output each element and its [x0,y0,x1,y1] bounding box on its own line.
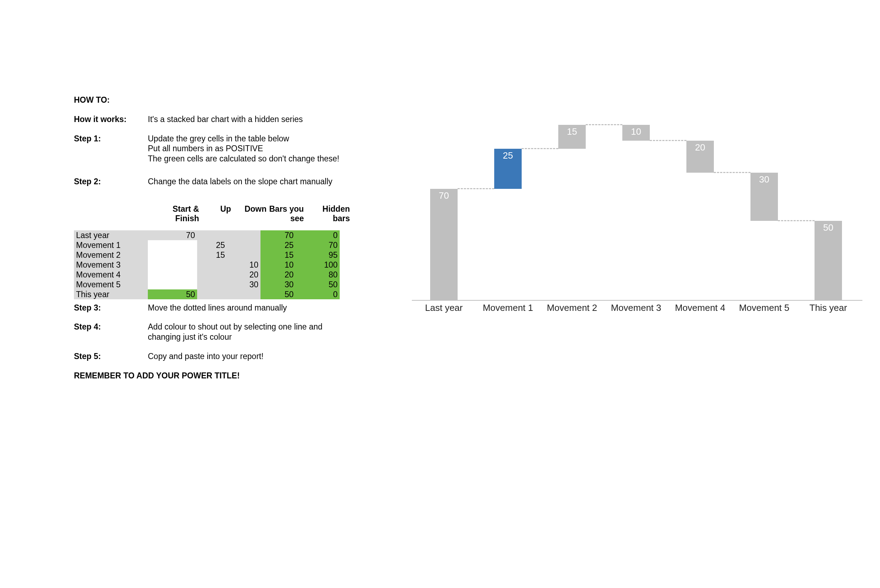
bar-value-label: 10 [622,126,650,137]
col-down: Down [233,204,269,224]
bar: 20 [686,141,714,172]
cell-down [227,230,260,240]
cell-hidden-bars: 0 [296,230,340,240]
cell-up: 15 [197,250,227,260]
bar-value-label: 25 [494,150,522,161]
how-it-works-text: It's a stacked bar chart with a hidden s… [148,114,352,124]
col-hidden-bars: Hidden bars [306,204,352,224]
step2-text: Change the data labels on the slope char… [148,177,352,187]
bar-value-label: 50 [815,222,842,233]
cell-hidden-bars: 0 [296,290,340,299]
cell-hidden-bars: 50 [296,280,340,290]
cell-bars-you-see: 25 [260,240,296,250]
cell-down [227,240,260,250]
chart-slot: 15 [540,125,604,301]
step2-label: Step 2: [74,177,148,187]
row-label: Movement 3 [74,260,148,270]
cell-bars-you-see: 15 [260,250,296,260]
howto-title: HOW TO: [74,95,148,105]
step1-line3: The green cells are calculated so don't … [148,154,352,164]
row-label: Movement 2 [74,250,148,260]
cell-start-finish: 50 [148,290,197,299]
bar-value-label: 20 [686,142,714,153]
cell-start-finish [148,260,197,270]
cell-hidden-bars: 80 [296,270,340,280]
x-axis-labels: Last yearMovement 1Movement 2Movement 3M… [412,303,862,314]
bar: 50 [815,221,842,301]
row-label: Last year [74,230,148,240]
table-row: Movement 31010100 [74,260,352,270]
col-start-finish: Start & Finish [150,204,202,224]
step1-label: Step 1: [74,134,148,144]
step1-line2: Put all numbers in as POSITIVE [148,144,352,154]
chart-slot: 70 [412,125,476,301]
col-up: Up [202,204,233,224]
bar-value-label: 70 [430,190,457,201]
x-axis-category-label: Movement 2 [540,303,604,314]
cell-bars-you-see: 20 [260,270,296,280]
cell-bars-you-see: 30 [260,280,296,290]
cell-up [197,270,227,280]
step4-label: Step 4: [74,322,148,332]
x-axis-category-label: Movement 4 [668,303,732,314]
chart-slot: 25 [476,125,540,301]
bar: 15 [558,125,586,149]
chart-plot-area: 70251510203050 [412,125,862,301]
table-row: This year50500 [74,290,352,299]
chart-slot: 10 [604,125,668,301]
cell-hidden-bars: 95 [296,250,340,260]
how-it-works-label: How it works: [74,114,148,124]
cell-down: 30 [227,280,260,290]
chart-slot: 20 [668,125,732,301]
x-axis-category-label: This year [796,303,860,314]
cell-up [197,260,227,270]
table-row: Movement 5303050 [74,280,352,290]
step5-text: Copy and paste into your report! [148,351,352,362]
cell-up [197,280,227,290]
cell-up: 25 [197,240,227,250]
cell-start-finish [148,270,197,280]
cell-bars-you-see: 50 [260,290,296,299]
x-axis-category-label: Movement 1 [476,303,540,314]
cell-hidden-bars: 100 [296,260,340,270]
bar-value-label: 30 [751,174,778,185]
bar: 30 [751,172,778,220]
chart-slot: 30 [732,125,796,301]
x-axis-category-label: Movement 5 [732,303,796,314]
x-axis-category-label: Last year [412,303,476,314]
cell-start-finish [148,240,197,250]
x-axis-category-label: Movement 3 [604,303,668,314]
cell-bars-you-see: 70 [260,230,296,240]
table-header-row: Start & Finish Up Down Bars you see Hidd… [74,204,352,224]
bar-value-label: 15 [558,126,586,137]
cell-up [197,230,227,240]
cell-start-finish: 70 [148,230,197,240]
step5-label: Step 5: [74,351,148,362]
step1-text: Update the grey cells in the table below… [148,134,352,164]
table-row: Last year70700 [74,230,352,240]
cell-down [227,290,260,299]
bar: 70 [430,189,457,301]
step4-text: Add colour to shout out by selecting one… [148,322,352,342]
cell-down [227,250,260,260]
remember-title: REMEMBER TO ADD YOUR POWER TITLE! [74,370,240,381]
step1-line1: Update the grey cells in the table below [148,134,352,144]
bar-highlight: 25 [494,149,522,189]
chart-slot: 50 [796,125,860,301]
row-label: Movement 4 [74,270,148,280]
cell-up [197,290,227,299]
table-body: Last year70700Movement 1252570Movement 2… [74,230,352,299]
bar: 10 [622,125,650,141]
data-table: Start & Finish Up Down Bars you see Hidd… [74,204,352,299]
row-label: This year [74,290,148,299]
col-bars-you-see: Bars you see [269,204,306,224]
table-row: Movement 1252570 [74,240,352,250]
row-label: Movement 1 [74,240,148,250]
cell-start-finish [148,280,197,290]
step3-text: Move the dotted lines around manually [148,303,352,313]
waterfall-chart: 70251510203050 Last yearMovement 1Moveme… [412,125,862,320]
cell-start-finish [148,250,197,260]
cell-hidden-bars: 70 [296,240,340,250]
cell-down: 20 [227,270,260,280]
step3-label: Step 3: [74,303,148,313]
